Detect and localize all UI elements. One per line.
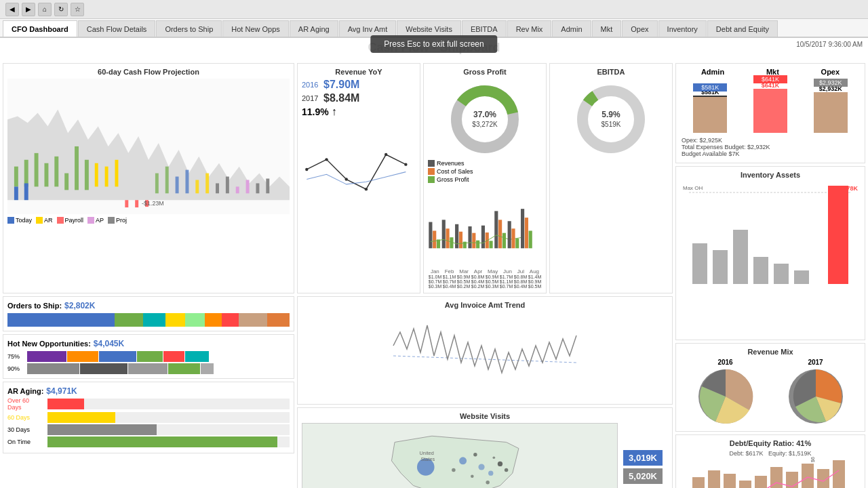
svg-rect-19 xyxy=(176,177,179,194)
tab-cfo-dashboard[interactable]: CFO Dashboard xyxy=(3,20,77,37)
opps-90-bar xyxy=(27,363,290,374)
cashflow-svg: -$1.23M xyxy=(7,79,290,207)
pie-2017-svg xyxy=(785,366,846,427)
legend-revenues-dot xyxy=(428,160,435,167)
tab-orders[interactable]: Orders to Ship xyxy=(156,20,222,37)
orders-bar-blue xyxy=(7,313,115,327)
rev-growth-arrow: ↑ xyxy=(332,106,337,118)
orders-label: Orders to Ship: xyxy=(7,302,62,310)
forward-button[interactable]: ▶ xyxy=(22,3,35,16)
svg-text:37.0%: 37.0% xyxy=(473,110,496,119)
website-visits-panel: Website Visits xyxy=(297,407,673,488)
ar-60days-fill xyxy=(47,412,115,423)
admin-header: Admin xyxy=(701,68,724,76)
browser-bar: ◀ ▶ ⌂ ↻ ☆ xyxy=(0,0,868,19)
legend-proj-label: Proj xyxy=(116,217,127,224)
refresh-button[interactable]: ↻ xyxy=(54,3,68,16)
svg-rect-96 xyxy=(739,481,751,488)
tab-avg-inv[interactable]: Avg Inv Amt xyxy=(339,20,397,37)
bookmark-button[interactable]: ☆ xyxy=(71,3,84,16)
opps-label: Hot New Opportunities: xyxy=(7,340,91,348)
ebitda-panel: EBITDA 5.9% $519K xyxy=(549,63,673,293)
svg-rect-89 xyxy=(794,270,809,284)
svg-rect-13 xyxy=(115,160,118,187)
debt-equity-title: Debt/Equity Ratio: 41% xyxy=(680,439,861,447)
home-button[interactable]: ⌂ xyxy=(38,3,52,16)
opportunities-panel: Hot New Opportunities: $4,045K 75% xyxy=(3,334,294,379)
svg-rect-87 xyxy=(753,257,768,284)
legend-ap: AP xyxy=(87,217,104,224)
orders-bar-tan xyxy=(239,313,267,327)
svg-rect-6 xyxy=(64,174,68,190)
tab-rev-mix[interactable]: Rev Mix xyxy=(507,20,552,37)
tab-debt[interactable]: Debt and Equity xyxy=(707,20,778,37)
avg-invoice-svg xyxy=(302,312,668,386)
svg-point-77 xyxy=(486,481,489,484)
ar-value: $4,971K xyxy=(46,386,77,396)
svg-point-75 xyxy=(473,453,477,456)
tab-inventory[interactable]: Inventory xyxy=(658,20,707,37)
svg-rect-27 xyxy=(256,183,259,193)
opex-total-row: Opex: $2,925K xyxy=(682,137,859,144)
orders-bar-ltgreen xyxy=(185,313,205,327)
month-jan: Jan xyxy=(431,268,439,274)
svg-rect-10 xyxy=(24,183,28,200)
ebitda-donut: 5.9% $519K xyxy=(554,79,668,160)
tab-admin[interactable]: Admin xyxy=(552,20,591,37)
legend-cos-dot xyxy=(428,168,435,175)
svg-point-72 xyxy=(488,470,493,475)
tab-ebitda[interactable]: EBITDA xyxy=(462,20,507,37)
inventory-chart: Max OH $378K xyxy=(680,182,861,290)
tab-opex[interactable]: Opex xyxy=(622,20,657,37)
available-value: $7K xyxy=(728,150,739,157)
website-visits-content: United States Mexico 3,019K 5,020K xyxy=(302,423,668,488)
svg-rect-28 xyxy=(266,178,269,193)
ar-bar-over60: Over 60 Days xyxy=(7,397,290,411)
us-map: United States Mexico xyxy=(302,423,618,488)
svg-rect-94 xyxy=(708,470,720,488)
ar-over60-fill xyxy=(47,399,84,409)
ebitda-title: EBITDA xyxy=(554,68,668,76)
tab-cash-flow[interactable]: Cash Flow Details xyxy=(78,20,156,37)
inventory-panel: Inventory Assets Max OH $378K xyxy=(675,166,865,340)
tab-mkt[interactable]: Mkt xyxy=(592,20,622,37)
nav-buttons[interactable]: ◀ ▶ ⌂ ↻ ☆ xyxy=(5,3,84,16)
admin-bar-group: $581K $581K xyxy=(686,89,734,133)
orders-bar xyxy=(7,313,290,327)
svg-rect-44 xyxy=(446,228,449,248)
revenue-mix-pies: 2016 2017 xyxy=(680,359,861,427)
ar-ontime-bar xyxy=(47,436,290,447)
month-jul: Jul xyxy=(517,268,524,274)
month-labels: Jan Feb Mar Apr May Jun Jul Aug xyxy=(428,268,542,274)
opex-row-value: $2,925K xyxy=(700,137,723,144)
orders-bar-teal xyxy=(115,313,143,327)
visit-count-1: 3,019K xyxy=(623,450,663,466)
svg-text:$3,272K: $3,272K xyxy=(472,121,498,128)
equity-label: Equity: $1,519K xyxy=(768,450,812,457)
total-budget-row: Total Expenses Budget: $2,932K xyxy=(682,144,859,150)
opex-bar-group: $2,932K $2,932K xyxy=(807,85,854,133)
tab-ar-aging[interactable]: AR Aging xyxy=(290,20,338,37)
svg-rect-24 xyxy=(226,177,229,194)
svg-rect-2 xyxy=(24,160,28,187)
ar-60days-bar xyxy=(47,412,290,423)
gross-profit-svg: 37.0% $3,272K xyxy=(448,82,522,157)
ar-header: AR Aging: $4,971K xyxy=(7,386,290,396)
svg-rect-63 xyxy=(529,230,532,248)
svg-text:-$1.23M: -$1.23M xyxy=(142,200,164,207)
ar-30days-fill xyxy=(47,424,157,435)
opex-bar: $2,932K xyxy=(814,92,848,133)
svg-rect-17 xyxy=(155,174,159,194)
pie-2016-container: 2016 xyxy=(695,359,756,427)
svg-rect-62 xyxy=(525,218,528,248)
svg-point-31 xyxy=(325,158,328,161)
row2-values: $0.7M$0.7M$0.5M$0.4M $0.5M$1.1M$0.8M$0.9… xyxy=(428,279,542,284)
tab-website[interactable]: Website Visits xyxy=(397,20,461,37)
back-button[interactable]: ◀ xyxy=(5,3,19,16)
legend-payroll-label: Payroll xyxy=(65,217,84,224)
svg-rect-95 xyxy=(724,474,736,488)
tab-hot-opps[interactable]: Hot New Opps xyxy=(222,20,289,37)
pie-2017-label: 2017 xyxy=(785,359,846,366)
revenue-title: Revenue YoY xyxy=(302,68,416,76)
svg-point-74 xyxy=(505,468,508,472)
